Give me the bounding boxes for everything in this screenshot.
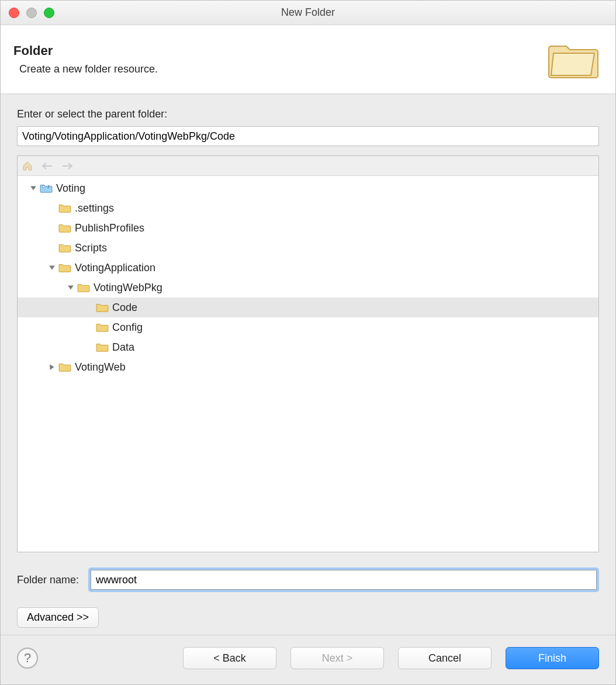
folder-icon [77,282,90,293]
tree-item-label: Code [112,302,137,314]
tree-item-code[interactable]: Code [18,297,598,317]
chevron-down-icon[interactable] [65,282,76,293]
forward-arrow-icon[interactable] [61,160,74,172]
traffic-lights [9,8,54,18]
tree-item-label: Data [112,341,134,354]
folder-icon [58,203,71,213]
tree-item-label: Voting [56,182,85,195]
folder-icon [58,243,71,253]
tree-item-label: Config [112,321,143,334]
tree-item-label: Scripts [75,242,107,254]
folder-name-input[interactable] [91,570,597,590]
tree-item-data[interactable]: Data [18,337,598,357]
next-button: Next > [290,647,384,669]
folder-icon [96,302,109,313]
folder-icon [58,223,71,233]
arrow-placeholder [84,322,95,333]
back-arrow-icon[interactable] [41,160,54,172]
parent-folder-input[interactable] [17,126,599,146]
close-window-button[interactable] [9,8,19,18]
banner-heading: Folder [13,43,158,58]
folder-open-icon [544,34,603,84]
banner-subtext: Create a new folder resource. [19,63,158,75]
tree-item-publishprofiles[interactable]: PublishProfiles [18,218,598,238]
chevron-down-icon[interactable] [47,262,57,273]
tree-item-votingweb[interactable]: VotingWeb [18,357,598,377]
titlebar: New Folder [1,1,615,25]
arrow-placeholder [47,223,57,233]
arrow-placeholder [84,342,95,352]
minimize-window-button [26,8,37,18]
maximize-window-button[interactable] [44,8,54,18]
arrow-placeholder [84,302,95,313]
tree-item-votingapplication[interactable]: VotingApplication [18,258,598,278]
tree-body[interactable]: Voting.settingsPublishProfilesScriptsVot… [18,176,598,552]
new-folder-dialog: New Folder Folder Create a new folder re… [0,0,616,685]
finish-button[interactable]: Finish [506,647,599,669]
chevron-down-icon[interactable] [28,183,39,193]
tree-toolbar [18,156,598,176]
folder-icon [58,362,71,372]
tree-item-scripts[interactable]: Scripts [18,238,598,258]
wizard-footer: ? < Back Next > Cancel Finish [1,635,615,684]
parent-folder-label: Enter or select the parent folder: [17,108,599,120]
window-title: New Folder [1,6,615,19]
arrow-placeholder [47,243,57,253]
chevron-right-icon[interactable] [47,362,57,372]
tree-item-label: VotingWeb [75,361,126,373]
arrow-placeholder [47,203,57,213]
folder-tree: Voting.settingsPublishProfilesScriptsVot… [17,155,599,552]
folder-icon [58,262,71,273]
cancel-button[interactable]: Cancel [398,647,492,669]
home-icon[interactable] [21,160,34,172]
folder-icon [96,342,109,352]
tree-item-label: .settings [75,202,114,215]
tree-item-voting[interactable]: Voting [18,178,598,198]
project-icon [40,183,53,193]
tree-item--settings[interactable]: .settings [18,198,598,218]
help-icon[interactable]: ? [17,648,38,669]
wizard-content: Enter or select the parent folder: Votin… [1,94,615,635]
folder-icon [96,322,109,333]
advanced-button[interactable]: Advanced >> [17,607,99,628]
tree-item-label: VotingWebPkg [94,282,162,294]
tree-item-config[interactable]: Config [18,317,598,337]
tree-item-votingwebpkg[interactable]: VotingWebPkg [18,278,598,297]
tree-item-label: VotingApplication [75,262,155,274]
wizard-banner: Folder Create a new folder resource. [1,25,615,94]
folder-name-label: Folder name: [17,574,79,586]
tree-item-label: PublishProfiles [75,222,144,234]
back-button[interactable]: < Back [183,647,276,669]
